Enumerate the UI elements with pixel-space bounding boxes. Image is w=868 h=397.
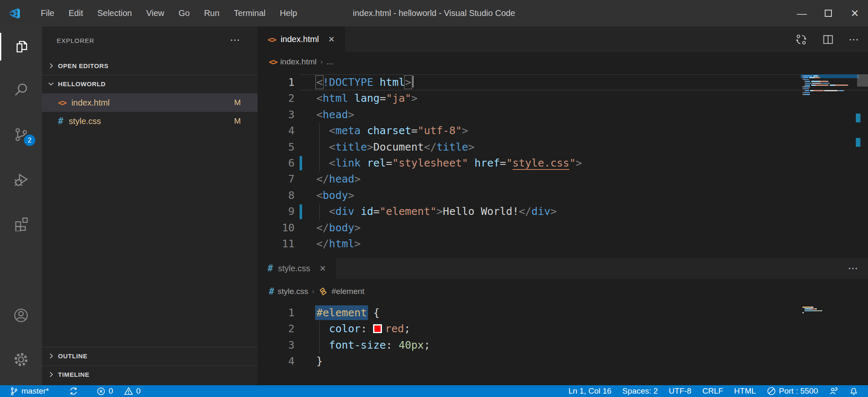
code-line-8[interactable]: 8<body> xyxy=(258,188,868,204)
status-bell[interactable] xyxy=(844,385,864,397)
status-crlf[interactable]: CRLF xyxy=(697,385,729,397)
breadcrumb-item[interactable]: ... xyxy=(326,57,333,66)
section-open-editors[interactable]: OPEN EDITORS xyxy=(42,57,258,74)
line-number[interactable]: 9 xyxy=(258,204,295,220)
code-line-1[interactable]: 1#element { xyxy=(258,305,868,321)
minimap-line xyxy=(802,75,856,77)
status-ln-1-col-16[interactable]: Ln 1, Col 16 xyxy=(563,385,617,397)
code-line-4[interactable]: 4 <meta charset="utf-8"> xyxy=(258,123,868,139)
minimap-segment xyxy=(805,308,810,310)
code-line-1[interactable]: 1<!DOCTYPE html> xyxy=(258,74,868,90)
code-line-7[interactable]: 7</head> xyxy=(258,171,868,187)
line-text: #element { xyxy=(316,305,380,321)
breadcrumb[interactable]: #style.css›#element xyxy=(269,281,364,302)
minimap[interactable] xyxy=(802,307,856,314)
minimap-segment xyxy=(805,86,809,87)
minimap[interactable] xyxy=(802,75,856,95)
line-number[interactable]: 3 xyxy=(258,107,295,123)
code-area-css[interactable]: 1#element {2 color: red;3 font-size: 40p… xyxy=(258,305,868,370)
code-line-2[interactable]: 2 color: red; xyxy=(258,321,868,337)
code-line-3[interactable]: 3 font-size: 40px; xyxy=(258,337,868,353)
code-line-5[interactable]: 5 <title>Document</title> xyxy=(258,139,868,155)
more-actions-icon[interactable]: ⋯ xyxy=(849,34,860,45)
minimize-button[interactable]: — xyxy=(789,0,815,26)
menu-go[interactable]: Go xyxy=(171,0,197,26)
explorer-sidebar: EXPLORER ⋯ OPEN EDITORS HELLOWORLD <>ind… xyxy=(42,26,258,385)
breadcrumb-item[interactable]: #style.css xyxy=(269,286,308,296)
status-master-[interactable]: master* xyxy=(4,385,54,397)
close-icon[interactable]: ✕ xyxy=(319,264,326,273)
sidebar-more-actions[interactable]: ⋯ xyxy=(230,34,240,46)
file-row-style.css[interactable]: #style.cssM xyxy=(42,112,258,130)
line-number[interactable]: 7 xyxy=(258,171,295,187)
activity-explorer[interactable] xyxy=(0,33,42,61)
code-line-9[interactable]: 9 <div id="element">Hello World!</div> xyxy=(258,204,868,220)
line-number[interactable]: 1 xyxy=(258,305,295,321)
section-timeline[interactable]: TIMELINE xyxy=(42,365,258,383)
code-line-2[interactable]: 2<html lang="ja"> xyxy=(258,90,868,106)
activity-extensions[interactable] xyxy=(0,210,42,238)
menu-help[interactable]: Help xyxy=(273,0,304,26)
menu-selection[interactable]: Selection xyxy=(90,0,139,26)
breadcrumb[interactable]: <>index.html›... xyxy=(269,52,333,71)
open-changes-icon[interactable] xyxy=(795,33,808,46)
line-number[interactable]: 2 xyxy=(258,90,295,106)
status-spaces-2[interactable]: Spaces: 2 xyxy=(617,385,663,397)
breadcrumb-item[interactable]: #element xyxy=(318,286,364,296)
minimap-segment xyxy=(804,88,808,90)
menu-edit[interactable]: Edit xyxy=(61,0,90,26)
menu-run[interactable]: Run xyxy=(197,0,227,26)
overview-ruler-modified-mark xyxy=(856,138,860,147)
line-number[interactable]: 4 xyxy=(258,353,295,369)
tab-index-html[interactable]: <>index.html✕ xyxy=(258,26,345,52)
line-number[interactable]: 1 xyxy=(258,74,295,90)
file-row-index.html[interactable]: <>index.htmlM xyxy=(42,93,258,112)
line-text: <div id="element">Hello World!</div> xyxy=(316,204,557,220)
section-outline[interactable]: OUTLINE xyxy=(42,347,258,365)
line-number[interactable]: 5 xyxy=(258,139,295,155)
status-html[interactable]: HTML xyxy=(729,385,761,397)
breadcrumb-item[interactable]: <>index.html xyxy=(269,57,317,66)
activity-run-debug[interactable] xyxy=(0,166,42,193)
section-folder[interactable]: HELLOWORLD xyxy=(42,75,258,93)
tab-style-css[interactable]: #style.css✕ xyxy=(258,258,336,279)
scrollbar-thumb[interactable] xyxy=(857,74,868,87)
code-line-3[interactable]: 3<head> xyxy=(258,107,868,123)
status-label: HTML xyxy=(734,386,756,396)
file-name: style.css xyxy=(69,116,101,126)
close-icon[interactable]: ✕ xyxy=(328,34,335,44)
maximize-button[interactable] xyxy=(815,0,842,26)
activity-search[interactable] xyxy=(0,76,42,103)
status-port-5500[interactable]: Port : 5500 xyxy=(761,385,823,397)
line-number[interactable]: 3 xyxy=(258,337,295,353)
more-actions-icon[interactable]: ⋯ xyxy=(848,262,859,274)
activity-account[interactable] xyxy=(0,302,42,329)
line-number[interactable]: 8 xyxy=(258,188,295,204)
menu-file[interactable]: File xyxy=(34,0,61,26)
code-line-4[interactable]: 4} xyxy=(258,353,868,369)
color-swatch[interactable] xyxy=(373,324,382,333)
status-0[interactable]: 0 xyxy=(118,385,146,397)
status-feedback[interactable] xyxy=(823,385,844,397)
activity-settings[interactable] xyxy=(0,346,42,373)
status-utf-8[interactable]: UTF-8 xyxy=(663,385,697,397)
status-0[interactable]: 0 xyxy=(91,385,118,397)
code-token: Document xyxy=(374,141,424,153)
code-area-html[interactable]: 1<!DOCTYPE html>2<html lang="ja">3<head>… xyxy=(258,74,868,252)
line-number[interactable]: 6 xyxy=(258,155,295,171)
status-right: Ln 1, Col 16Spaces: 2UTF-8CRLFHTMLPort :… xyxy=(563,385,864,397)
menu-view[interactable]: View xyxy=(139,0,171,26)
code-line-11[interactable]: 11</html> xyxy=(258,236,868,252)
activity-source-control[interactable]: 2 xyxy=(0,121,42,148)
code-line-6[interactable]: 6 <link rel="stylesheet" href="style.css… xyxy=(258,155,868,171)
code-line-10[interactable]: 10</body> xyxy=(258,220,868,236)
status-sync[interactable] xyxy=(63,385,84,397)
line-number[interactable]: 2 xyxy=(258,321,295,337)
line-number[interactable]: 4 xyxy=(258,123,295,139)
split-editor-icon[interactable] xyxy=(822,33,834,46)
section-label: TIMELINE xyxy=(58,371,89,378)
line-number[interactable]: 11 xyxy=(258,236,295,252)
menu-terminal[interactable]: Terminal xyxy=(226,0,273,26)
close-button[interactable]: ✕ xyxy=(842,0,868,26)
line-number[interactable]: 10 xyxy=(258,220,295,236)
